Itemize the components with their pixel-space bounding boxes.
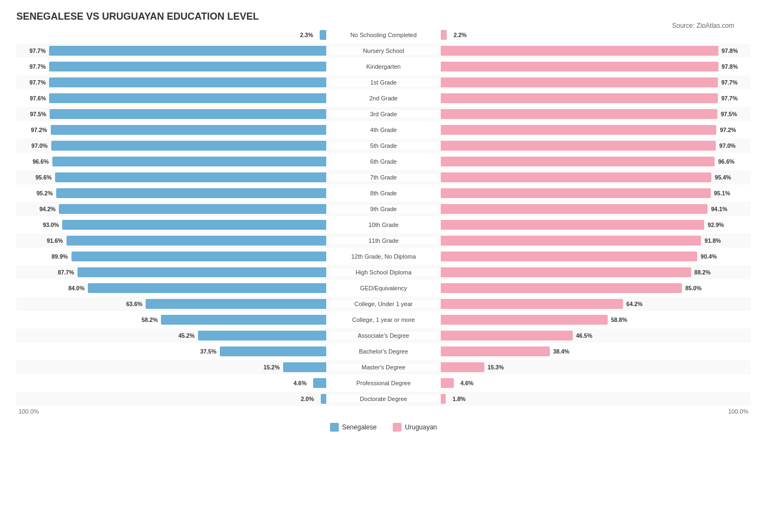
bars-wrapper: 97.5% 3rd Grade 97.5%: [16, 107, 751, 121]
val-left: 37.5%: [200, 348, 217, 355]
bar-uruguayan: 97.8%: [441, 62, 718, 71]
row-label: 4th Grade: [329, 126, 438, 134]
axis-left: 100.0%: [16, 408, 384, 415]
val-right: 97.8%: [722, 63, 738, 70]
val-left: 97.7%: [29, 47, 46, 54]
table-row: 4.6% Professional Degree 4.6%: [16, 376, 751, 390]
legend-senegalese-label: Senegalese: [342, 423, 376, 431]
val-right: 97.5%: [721, 111, 737, 117]
val-left: 97.2%: [31, 127, 47, 133]
bars-wrapper: 15.2% Master's Degree 15.3%: [16, 360, 751, 374]
right-section: 85.0%: [384, 281, 751, 295]
row-label: Kindergarten: [329, 63, 438, 70]
val-right: 95.1%: [714, 190, 730, 196]
bar-senegalese: 15.2%: [283, 362, 326, 372]
right-section: 96.6%: [384, 154, 751, 169]
val-right: 2.2%: [454, 32, 467, 38]
val-left: 97.5%: [30, 111, 46, 117]
bar-senegalese: 2.0%: [321, 394, 326, 404]
bars-wrapper: 97.7% Kindergarten 97.8%: [16, 59, 751, 74]
legend: Senegalese Uruguayan: [16, 423, 751, 432]
bars-wrapper: 2.3% No Schooling Completed 2.2%: [16, 28, 751, 42]
table-row: 37.5% Bachelor's Degree 38.4%: [16, 344, 751, 358]
bar-uruguayan: 97.7%: [441, 93, 718, 103]
table-row: 96.6% 6th Grade 96.6%: [16, 154, 751, 169]
right-section: 2.2%: [384, 28, 751, 42]
table-row: 97.6% 2nd Grade 97.7%: [16, 91, 751, 105]
right-section: 58.8%: [384, 313, 751, 327]
bars-wrapper: 94.2% 9th Grade 94.1%: [16, 202, 751, 216]
row-label: Associate's Degree: [329, 332, 438, 339]
right-section: 92.9%: [384, 218, 751, 232]
val-right: 4.6%: [460, 380, 474, 386]
bar-senegalese: 97.7%: [49, 77, 326, 87]
right-section: 4.6%: [384, 376, 751, 390]
bar-senegalese: 96.6%: [52, 157, 326, 166]
bars-wrapper: 97.2% 4th Grade 97.2%: [16, 123, 751, 137]
table-row: 93.0% 10th Grade 92.9%: [16, 218, 751, 232]
bar-senegalese: 91.6%: [67, 236, 326, 246]
val-left: 97.0%: [32, 142, 48, 149]
row-label: Professional Degree: [329, 379, 438, 387]
val-left: 2.0%: [301, 396, 314, 402]
bar-senegalese: 63.6%: [146, 299, 326, 309]
row-label: 5th Grade: [329, 142, 438, 150]
legend-senegalese: Senegalese: [330, 423, 376, 432]
table-row: 63.6% College, Under 1 year 64.2%: [16, 297, 751, 311]
row-label: 7th Grade: [329, 174, 438, 181]
row-label: 1st Grade: [329, 79, 438, 86]
val-left: 58.2%: [141, 316, 158, 323]
bar-uruguayan: 90.4%: [441, 252, 697, 261]
bar-senegalese: 97.7%: [49, 62, 326, 71]
bar-uruguayan: 88.2%: [441, 267, 691, 277]
bar-senegalese: 97.7%: [49, 46, 326, 56]
bar-senegalese: 89.9%: [71, 252, 326, 261]
right-section: 95.4%: [384, 170, 751, 184]
bar-uruguayan: 85.0%: [441, 283, 682, 293]
bar-uruguayan: 95.4%: [441, 172, 711, 182]
bar-uruguayan: 58.8%: [441, 315, 608, 325]
row-label: Doctorate Degree: [329, 395, 438, 403]
bar-senegalese: 97.6%: [49, 93, 326, 103]
val-right: 97.8%: [722, 47, 738, 54]
table-row: 2.3% No Schooling Completed 2.2%: [16, 28, 751, 42]
val-left: 93.0%: [43, 222, 59, 228]
bars-wrapper: 37.5% Bachelor's Degree 38.4%: [16, 344, 751, 358]
row-label: No Schooling Completed: [329, 31, 438, 39]
legend-uruguayan: Uruguayan: [393, 423, 437, 432]
row-label: Nursery School: [329, 47, 438, 55]
right-section: 97.8%: [384, 59, 751, 74]
x-axis: 100.0% 100.0%: [16, 408, 751, 415]
table-row: 97.7% Kindergarten 97.8%: [16, 59, 751, 74]
bar-uruguayan: 94.1%: [441, 204, 708, 214]
row-label: 11th Grade: [329, 237, 438, 244]
bar-senegalese: 45.2%: [198, 331, 326, 340]
bar-senegalese: 58.2%: [161, 315, 326, 325]
bar-uruguayan: 1.8%: [441, 394, 446, 404]
bar-senegalese: 95.2%: [56, 188, 326, 198]
right-section: 88.2%: [384, 265, 751, 279]
table-row: 58.2% College, 1 year or more 58.8%: [16, 313, 751, 327]
val-right: 94.1%: [711, 206, 728, 212]
table-row: 15.2% Master's Degree 15.3%: [16, 360, 751, 374]
right-section: 97.7%: [384, 91, 751, 105]
val-left: 84.0%: [68, 285, 85, 291]
bar-senegalese: 37.5%: [220, 346, 326, 356]
bar-senegalese: 95.6%: [55, 172, 326, 182]
bars-wrapper: 2.0% Doctorate Degree 1.8%: [16, 392, 751, 406]
bars-wrapper: 97.7% Nursery School 97.8%: [16, 44, 751, 58]
row-label: College, 1 year or more: [329, 316, 438, 324]
right-section: 64.2%: [384, 297, 751, 311]
bar-senegalese: 97.0%: [51, 141, 326, 151]
row-label: 8th Grade: [329, 189, 438, 197]
bar-senegalese: 4.6%: [313, 378, 326, 388]
right-section: 1.8%: [384, 392, 751, 406]
val-left: 95.6%: [35, 174, 52, 181]
bar-uruguayan: 97.2%: [441, 125, 716, 135]
right-section: 90.4%: [384, 249, 751, 264]
table-row: 45.2% Associate's Degree 46.5%: [16, 328, 751, 343]
bars-wrapper: 4.6% Professional Degree 4.6%: [16, 376, 751, 390]
table-row: 87.7% High School Diploma 88.2%: [16, 265, 751, 279]
bars-wrapper: 91.6% 11th Grade 91.8%: [16, 234, 751, 248]
table-row: 94.2% 9th Grade 94.1%: [16, 202, 751, 216]
